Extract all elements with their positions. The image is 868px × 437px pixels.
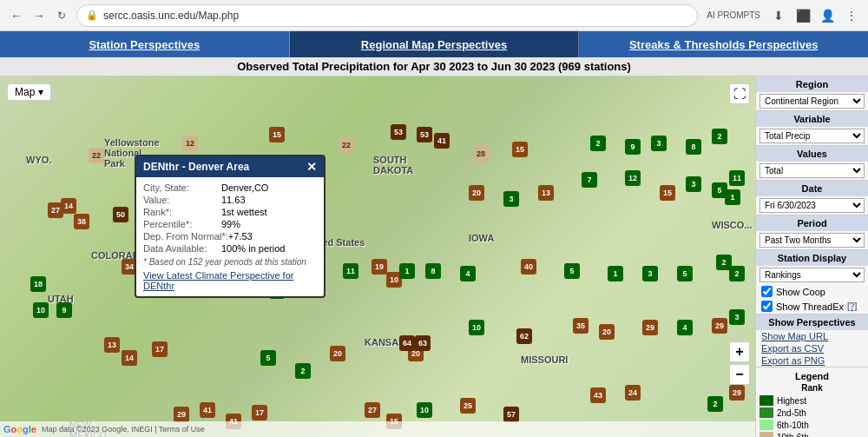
station-marker[interactable]: 3	[729, 309, 745, 325]
station-marker[interactable]: 35	[573, 318, 589, 334]
ai-prompts-button[interactable]: AI PROMPTS	[703, 6, 764, 25]
station-marker[interactable]: 29	[642, 320, 658, 335]
tab-station-perspectives[interactable]: Station Perspectives	[0, 31, 290, 57]
address-bar[interactable]: 🔒 sercc.oasis.unc.edu/Map.php	[76, 4, 698, 27]
station-marker[interactable]: 10	[417, 402, 432, 418]
station-marker[interactable]: 62	[516, 328, 532, 344]
station-marker[interactable]: 5	[260, 350, 276, 366]
sidebar-variable-select[interactable]: Total Precip	[760, 129, 865, 143]
station-marker[interactable]: 29	[729, 385, 745, 401]
station-marker[interactable]: 53	[391, 124, 406, 140]
zoom-in-button[interactable]: +	[729, 341, 750, 362]
station-marker[interactable]: 9	[56, 302, 72, 318]
station-marker[interactable]: 12	[182, 136, 198, 151]
back-button[interactable]: ←	[7, 6, 26, 25]
station-marker[interactable]: 24	[625, 385, 641, 401]
show-threadex-checkbox[interactable]	[761, 301, 773, 312]
popup-dep-row: Dep. From Normal*: +7.53	[143, 231, 317, 242]
extensions-button[interactable]: ⬛	[793, 6, 812, 25]
station-marker[interactable]: 17	[152, 341, 168, 357]
tab-streaks[interactable]: Streaks & Thresholds Perspectives	[579, 31, 868, 57]
station-marker[interactable]: 63	[415, 335, 431, 351]
station-marker[interactable]: 4	[677, 320, 693, 335]
station-marker[interactable]: 41	[200, 402, 215, 418]
threadex-help-link[interactable]: [?]	[847, 301, 857, 311]
station-marker[interactable]: 2	[729, 266, 745, 281]
sidebar-values-select[interactable]: Total	[760, 163, 865, 178]
fullscreen-button[interactable]: ⛶	[729, 83, 750, 104]
station-marker[interactable]: 50	[113, 207, 128, 222]
station-marker[interactable]: 15	[660, 185, 675, 201]
station-marker[interactable]: 11	[729, 170, 745, 186]
station-marker[interactable]: 1	[725, 189, 740, 205]
map-control[interactable]: Map ▾	[7, 83, 51, 101]
station-marker[interactable]: 2	[712, 129, 727, 144]
station-marker[interactable]: 41	[434, 133, 450, 149]
sidebar-station-display-select[interactable]: Rankings	[760, 268, 865, 282]
station-marker[interactable]: 11	[343, 263, 358, 279]
station-marker[interactable]: 4	[460, 266, 476, 281]
station-marker[interactable]: 3	[651, 136, 667, 151]
map-area[interactable]: WYO. YellowstoneNationalPark COLORADO NE…	[0, 76, 755, 437]
station-marker[interactable]: 3	[503, 191, 519, 207]
station-marker[interactable]: 27	[365, 402, 380, 418]
sidebar-date-select[interactable]: Fri 6/30/2023	[760, 198, 865, 213]
station-marker[interactable]: 13	[538, 185, 554, 201]
station-marker[interactable]: 19	[372, 259, 387, 275]
station-marker[interactable]: 29	[712, 318, 727, 334]
station-marker[interactable]: 25	[460, 398, 476, 414]
forward-button[interactable]: →	[30, 6, 49, 25]
station-marker[interactable]: 13	[104, 337, 120, 353]
station-marker[interactable]: 64	[399, 335, 415, 351]
station-marker[interactable]: 12	[625, 170, 641, 186]
station-marker[interactable]: 43	[590, 387, 606, 403]
menu-button[interactable]: ⋮	[842, 6, 861, 25]
station-marker[interactable]: 38	[74, 214, 89, 229]
station-marker[interactable]: 17	[252, 405, 267, 420]
station-marker[interactable]: 10	[33, 302, 49, 318]
station-marker[interactable]: 5	[564, 263, 580, 279]
popup-close-button[interactable]: ✕	[306, 160, 317, 174]
station-marker[interactable]: 28	[473, 146, 489, 162]
station-marker[interactable]: 53	[417, 127, 432, 142]
profile-button[interactable]: 👤	[818, 6, 837, 25]
station-marker[interactable]: 15	[512, 142, 528, 157]
station-marker[interactable]: 7	[582, 172, 597, 188]
station-marker[interactable]: 20	[599, 324, 615, 340]
station-marker[interactable]: 18	[30, 276, 46, 292]
station-marker[interactable]: 9	[625, 139, 641, 155]
map-footer: Google Map data ©2023 Google, INEGI | Te…	[0, 421, 755, 437]
export-csv-link[interactable]: Export as CSV	[756, 342, 868, 354]
station-marker[interactable]: 10	[469, 320, 484, 335]
station-marker[interactable]: 2	[590, 136, 606, 151]
sidebar-period-select[interactable]: Past Two Months	[760, 233, 865, 248]
sidebar-region-select[interactable]: Continental Region	[760, 94, 865, 109]
export-png-link[interactable]: Export as PNG	[756, 354, 868, 367]
station-marker[interactable]: 40	[521, 259, 536, 275]
show-coop-checkbox[interactable]	[761, 286, 773, 297]
downloads-button[interactable]: ⬇	[769, 6, 788, 25]
station-marker[interactable]: 2	[707, 396, 723, 412]
station-marker[interactable]: 2	[295, 363, 311, 379]
zoom-out-button[interactable]: −	[729, 364, 750, 385]
station-marker[interactable]: 1	[399, 263, 415, 279]
station-marker[interactable]: 5	[677, 266, 693, 281]
station-marker[interactable]: 3	[686, 176, 701, 192]
station-marker[interactable]: 15	[269, 127, 285, 142]
station-marker[interactable]: 22	[89, 148, 104, 163]
station-marker[interactable]: 57	[503, 407, 519, 422]
station-marker[interactable]: 20	[330, 346, 345, 361]
tab-regional-map[interactable]: Regional Map Perspectives	[290, 31, 580, 57]
station-marker[interactable]: 8	[686, 139, 701, 155]
station-marker[interactable]: 22	[339, 137, 354, 153]
station-marker[interactable]: 29	[174, 407, 189, 422]
station-marker[interactable]: 3	[642, 266, 658, 281]
station-marker[interactable]: 14	[61, 198, 76, 214]
station-marker[interactable]: 8	[425, 263, 441, 279]
popup-view-link[interactable]: View Latest Climate Perspective for DENt…	[143, 270, 317, 291]
show-map-url-link[interactable]: Show Map URL	[756, 330, 868, 342]
refresh-button[interactable]: ↻	[52, 6, 71, 25]
station-marker[interactable]: 20	[469, 185, 484, 201]
station-marker[interactable]: 1	[608, 266, 623, 281]
station-marker[interactable]: 14	[122, 350, 137, 366]
